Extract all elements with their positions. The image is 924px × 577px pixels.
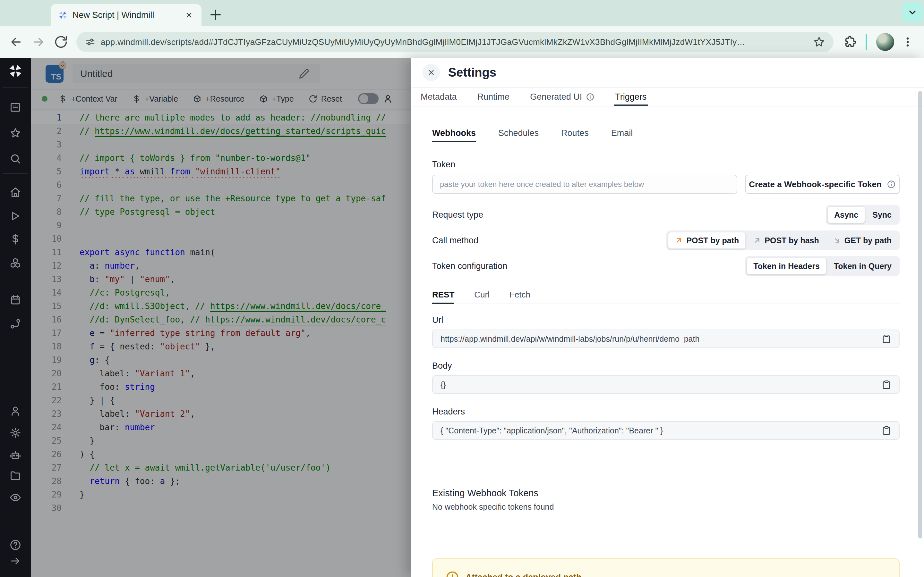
tab-email[interactable]: Email [611,124,633,142]
headers-field[interactable]: { "Content-Type": "application/json", "A… [432,421,900,440]
url-value: https://app.windmill.dev/api/w/windmill-… [441,334,877,343]
runs-icon[interactable] [10,210,21,222]
apps-icon[interactable] [10,102,21,113]
token-config-row: Token configuration Token in Headers Tok… [432,256,900,276]
schedules-icon[interactable] [10,294,21,306]
example-tabs: REST Curl Fetch [432,285,900,304]
reset-label: Reset [321,94,342,103]
tab-fetch[interactable]: Fetch [509,285,530,303]
expand-sidebar-icon[interactable] [10,555,21,567]
copy-clipboard-icon[interactable] [882,334,891,343]
bookmark-star-icon[interactable] [813,36,825,48]
line-number: 17 [29,326,61,340]
workers-bot-icon[interactable] [10,449,21,460]
tab-triggers[interactable]: Triggers [615,87,646,106]
tab-metadata[interactable]: Metadata [421,87,457,106]
body-field[interactable]: {} [432,376,900,394]
existing-tokens-title: Existing Webhook Tokens [432,488,900,498]
settings-gear-icon[interactable] [10,427,21,438]
tab-runtime[interactable]: Runtime [477,87,510,106]
toolbar-divider [866,34,867,50]
option-get-by-path[interactable]: GET by path [827,232,898,249]
home-icon[interactable] [10,187,21,198]
option-token-in-headers[interactable]: Token in Headers [746,258,827,274]
browser-menu-icon[interactable] [901,35,914,48]
headers-label: Headers [432,407,900,417]
info-icon [586,93,594,101]
close-icon [427,68,435,77]
extensions-icon[interactable] [843,35,857,49]
add-variable-label: +Variable [145,94,178,103]
copy-clipboard-icon[interactable] [882,380,891,390]
line-number: 9 [29,219,61,232]
add-resource-button[interactable]: +Resource [193,94,244,103]
line-number: 24 [29,421,61,434]
reset-button[interactable]: Reset [309,94,342,103]
profile-avatar[interactable] [876,33,894,51]
browser-tab[interactable]: New Script | Windmill [51,4,202,26]
search-icon[interactable] [10,153,21,164]
tab-rest[interactable]: REST [432,285,454,303]
site-settings-icon[interactable] [85,37,95,47]
add-type-button[interactable]: +Type [259,94,294,103]
person-icon[interactable] [383,94,393,103]
new-tab-button[interactable] [208,7,223,23]
favorites-star-icon[interactable] [10,127,21,139]
copy-clipboard-icon[interactable] [882,426,891,435]
rail-divider [3,173,28,174]
rail-divider [3,87,28,87]
line-number: 15 [29,300,61,313]
settings-tabs: Metadata Runtime Generated UI Triggers [411,87,924,106]
line-number: 4 [29,151,61,165]
back-icon[interactable] [9,35,23,49]
add-variable-button[interactable]: +Variable [132,94,178,103]
url-bar[interactable]: app.windmill.dev/scripts/add#JTdCJTIyaGF… [76,32,834,52]
tab-generated-ui[interactable]: Generated UI [530,87,594,106]
request-type-row: Request type Async Sync [432,205,900,225]
url-text: app.windmill.dev/scripts/add#JTdCJTIyaGF… [101,37,809,47]
call-method-segmented: POST by path POST by hash GET by path [666,230,900,250]
resources-icon[interactable] [10,257,21,269]
line-number: 5 [29,165,61,178]
option-post-by-path[interactable]: POST by path [668,232,746,249]
flows-icon[interactable] [10,318,21,330]
help-icon[interactable] [10,539,21,551]
folders-icon[interactable] [10,470,21,482]
user-icon[interactable] [10,405,21,417]
url-field[interactable]: https://app.windmill.dev/api/w/windmill-… [432,330,900,348]
token-input[interactable] [432,175,737,194]
assistant-toggle[interactable] [358,93,379,104]
call-method-row: Call method POST by path POST by hash [432,230,900,250]
tab-list-chevron-button[interactable] [902,2,923,23]
settings-header: Settings [411,58,924,87]
windmill-logo[interactable] [8,63,23,78]
arrow-up-right-icon [753,236,761,245]
option-post-by-hash[interactable]: POST by hash [746,232,825,249]
variables-icon[interactable] [10,234,21,245]
tab-close-icon[interactable] [184,10,194,20]
panel-scrollbar[interactable] [918,91,922,538]
audit-eye-icon[interactable] [10,492,21,503]
tab-schedules[interactable]: Schedules [498,124,539,142]
tab-curl[interactable]: Curl [474,285,489,303]
add-context-var-button[interactable]: +Context Var [58,94,118,103]
reload-icon[interactable] [54,35,68,49]
line-number: 7 [29,192,61,205]
option-sync[interactable]: Sync [866,206,898,223]
option-async[interactable]: Async [827,206,865,223]
line-number: 25 [29,434,61,448]
line-number: 27 [29,461,61,474]
forward-icon[interactable] [31,35,45,49]
line-number: 30 [29,501,61,515]
close-settings-button[interactable] [423,64,440,81]
line-number: 21 [29,380,61,394]
option-token-in-query[interactable]: Token in Query [827,258,898,274]
create-webhook-token-button[interactable]: Create a Webhook-specific Token [745,175,900,194]
tab-routes[interactable]: Routes [561,124,589,142]
trigger-tabs: Webhooks Schedules Routes Email [432,124,900,142]
info-icon [887,180,896,189]
existing-tokens-empty: No webhook specific tokens found [432,502,900,512]
tab-webhooks[interactable]: Webhooks [432,124,476,142]
edit-pencil-icon[interactable] [298,68,310,79]
script-summary-input[interactable]: Untitled [73,64,320,83]
